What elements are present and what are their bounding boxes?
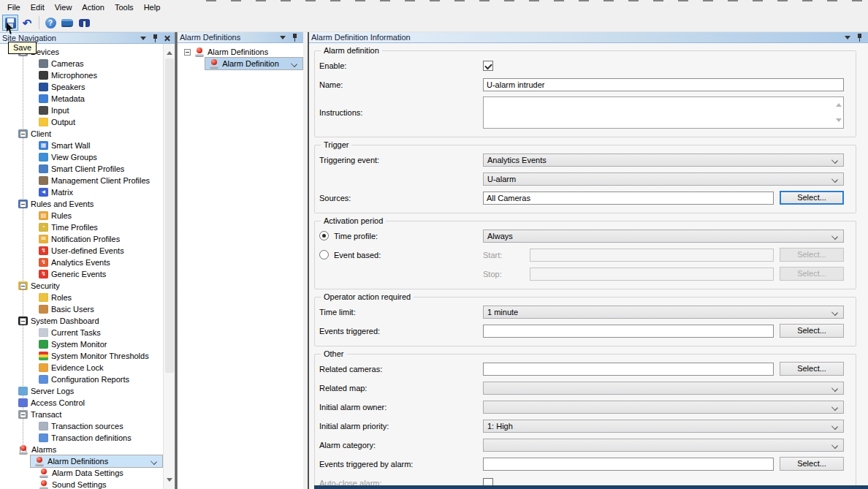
expander-minus-icon[interactable] [184, 49, 191, 56]
tree-item-label: Smart Client Profiles [51, 164, 124, 173]
tree-row[interactable]: Alarms [0, 444, 163, 455]
sources-input[interactable]: All Cameras [483, 192, 774, 205]
tree-row[interactable]: Transaction definitions [0, 432, 163, 444]
site-navigation-scrollbar[interactable] [163, 44, 175, 489]
tree-row[interactable]: Alarm Definitions [178, 46, 303, 58]
triggering-event-sub-dropdown[interactable]: U-alarm [483, 173, 844, 186]
tree-row[interactable]: ↯Generic Events [0, 268, 163, 280]
related-map-dropdown[interactable] [483, 382, 844, 395]
tree-row[interactable]: Microphones [0, 69, 163, 81]
tree-row[interactable]: Transact [0, 409, 163, 420]
triggering-event-dropdown[interactable]: Analytics Events [483, 153, 844, 167]
menu-item-tools[interactable]: Tools [110, 1, 139, 13]
undo-button[interactable]: ↶ [19, 15, 35, 31]
menu-item-view[interactable]: View [50, 1, 77, 13]
help-icon: ? [45, 18, 56, 29]
chevron-down-icon[interactable] [845, 36, 850, 42]
tree-item-label: Notification Profiles [51, 235, 120, 243]
events-triggered-select-button[interactable]: Select... [780, 324, 844, 338]
tree-item-label: Security [31, 281, 60, 290]
chevron-down-icon[interactable] [280, 36, 286, 42]
search-button[interactable] [76, 15, 92, 31]
tree-row[interactable]: Transaction sources [0, 420, 163, 432]
close-icon[interactable] [164, 35, 170, 42]
scroll-up-icon[interactable] [167, 48, 172, 55]
tree-row[interactable]: Roles [0, 292, 163, 303]
group-label: Operator action required [321, 292, 414, 301]
group-other: OtherRelated cameras:Select...Related ma… [314, 354, 856, 489]
name-input[interactable]: U-alarm intruder [483, 78, 844, 91]
group-activation-period: Activation periodTime profile:AlwaysEven… [314, 221, 856, 289]
time-limit-dropdown[interactable]: 1 minute [483, 306, 844, 319]
events-triggered-input[interactable] [483, 325, 774, 338]
expander-minus-icon[interactable] [20, 201, 26, 208]
tree-row[interactable]: Management Client Profiles [0, 175, 163, 186]
management-client-profiles-icon [39, 176, 48, 185]
tree-row[interactable]: Speakers [0, 81, 163, 93]
tree-row[interactable]: Metadata [0, 93, 163, 105]
chevron-down-icon[interactable] [140, 37, 146, 43]
events-triggered-by-alarm-select-button[interactable]: Select... [780, 457, 844, 471]
help-button[interactable]: ? [42, 15, 58, 31]
related-cameras-select-button[interactable]: Select... [780, 362, 844, 376]
related-cameras-input[interactable] [483, 363, 774, 376]
tree-row[interactable]: Cameras [0, 58, 163, 69]
time-profile-radio[interactable] [319, 231, 329, 240]
window-top-marks [206, 0, 868, 1]
initial-alarm-owner-dropdown[interactable] [483, 401, 844, 414]
tree-row[interactable]: Basic Users [0, 303, 163, 315]
tree-row[interactable]: ↯User-defined Events [0, 245, 163, 257]
tree-row[interactable]: ▦Smart Wall [0, 140, 163, 151]
tree-row[interactable]: Input [0, 105, 163, 116]
tree-row[interactable]: Alarm Definition [178, 58, 303, 69]
expander-minus-icon[interactable] [20, 412, 26, 418]
tree-row[interactable]: ✉Notification Profiles [0, 233, 163, 245]
events-triggered-by-alarm-input[interactable] [483, 458, 774, 471]
sources-select-button[interactable]: Select... [780, 191, 844, 205]
tree-row[interactable]: ▤Rules [0, 210, 163, 221]
tree-row[interactable]: Rules and Events [0, 198, 163, 210]
roles-icon [39, 293, 48, 302]
tree-row[interactable]: Configuration Reports [0, 374, 163, 385]
tree-row[interactable]: Client [0, 128, 163, 140]
menu-item-file[interactable]: File [2, 1, 26, 13]
time-profile-dropdown[interactable]: Always [483, 230, 844, 243]
tree-row[interactable]: Evidence Lock [0, 362, 163, 374]
tree-row[interactable]: System Dashboard [0, 315, 163, 327]
tree-row[interactable]: System Monitor [0, 338, 163, 350]
tree-row[interactable]: ↯Analytics Events [0, 257, 163, 268]
tree-row[interactable]: Output [0, 116, 163, 128]
documentation-button[interactable] [59, 15, 75, 31]
alarm-definitions-tree: Alarm DefinitionsAlarm Definition [178, 43, 303, 489]
tree-row[interactable]: Access Control [0, 397, 163, 409]
pin-icon[interactable] [292, 34, 298, 42]
alarm-category-dropdown[interactable] [483, 439, 844, 452]
enable-checkbox[interactable] [483, 61, 493, 71]
instructions-textarea[interactable] [483, 96, 844, 129]
tree-row[interactable]: System Monitor Thresholds [0, 350, 163, 362]
tree-row[interactable]: Alarm Data Settings [0, 467, 163, 479]
scroll-down-icon[interactable] [836, 118, 842, 125]
expander-minus-icon[interactable] [20, 283, 26, 289]
tree-row[interactable]: Security [0, 280, 163, 292]
menu-item-action[interactable]: Action [77, 1, 110, 13]
tree-row[interactable]: Alarm Definitions [0, 455, 163, 467]
menu-item-edit[interactable]: Edit [26, 1, 50, 13]
initial-alarm-priority-dropdown[interactable]: 1: High [483, 420, 844, 433]
expander-minus-icon[interactable] [20, 318, 26, 325]
menu-item-help[interactable]: Help [139, 1, 166, 13]
tree-row[interactable]: Server Logs [0, 385, 163, 397]
pin-icon[interactable] [153, 34, 159, 42]
tree-row[interactable]: Current Tasks [0, 327, 163, 338]
tree-row[interactable]: Sound Settings [0, 479, 163, 489]
expander-minus-icon[interactable] [20, 131, 26, 137]
event-based-start-radio[interactable] [319, 250, 329, 259]
tree-row[interactable]: ◔Time Profiles [0, 221, 163, 233]
tree-row[interactable]: Smart Client Profiles [0, 163, 163, 175]
scroll-down-icon[interactable] [167, 478, 172, 485]
tree-row[interactable]: ◄Matrix [0, 186, 163, 198]
scrollbar-thumb[interactable] [165, 58, 174, 373]
pin-icon[interactable] [857, 34, 863, 42]
tree-row[interactable]: View Groups [0, 151, 163, 163]
scroll-up-icon[interactable] [836, 100, 842, 107]
